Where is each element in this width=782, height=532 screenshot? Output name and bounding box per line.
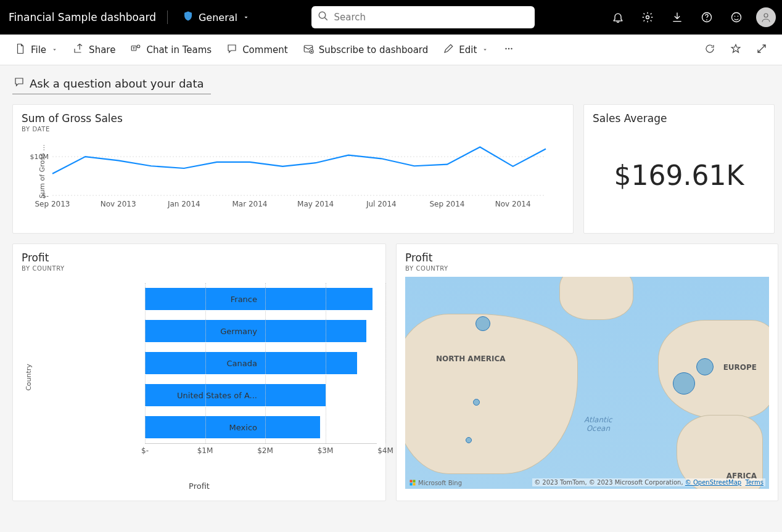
svg-point-5: [731, 13, 741, 22]
tile-title: Profit: [22, 252, 377, 264]
map-provider-label: Microsoft Bing: [418, 480, 462, 486]
refresh-icon: [704, 43, 715, 57]
svg-point-2: [646, 16, 649, 19]
title-area: Financial Sample dashboard General: [6, 8, 253, 27]
svg-text:Nov 2013: Nov 2013: [101, 200, 136, 208]
svg-point-6: [735, 16, 736, 17]
terms-link[interactable]: Terms: [746, 479, 763, 486]
map-bubble-france[interactable]: [673, 372, 695, 395]
chat-label: Chat in Teams: [146, 44, 212, 55]
tile-title: Sum of Gross Sales: [22, 112, 564, 125]
global-header: Financial Sample dashboard General: [0, 0, 782, 35]
map-bubble-canada[interactable]: [475, 316, 490, 331]
svg-text:Jan 2014: Jan 2014: [167, 200, 200, 208]
chat-teams-button[interactable]: Chat in Teams: [124, 39, 218, 60]
svg-text:Sep 2014: Sep 2014: [430, 200, 465, 208]
svg-point-14: [508, 47, 509, 49]
edit-menu[interactable]: Edit: [437, 39, 495, 60]
svg-point-0: [319, 12, 326, 18]
bar-row: France: [145, 283, 377, 315]
subscribe-label: Subscribe to dashboard: [319, 44, 429, 55]
svg-point-10: [138, 45, 141, 48]
share-icon: [73, 43, 84, 57]
comment-button[interactable]: Comment: [220, 39, 294, 60]
comment-label: Comment: [242, 44, 288, 55]
svg-point-8: [764, 14, 768, 17]
tile-sales-average[interactable]: Sales Average $169.61K: [583, 104, 775, 234]
settings-button[interactable]: [634, 4, 661, 31]
bar-row: Mexico: [145, 411, 377, 443]
account-button[interactable]: [756, 7, 776, 27]
landmass: [405, 314, 578, 474]
header-actions: [593, 4, 776, 31]
svg-text:$10M: $10M: [30, 153, 49, 161]
svg-point-15: [511, 47, 512, 49]
more-options-button[interactable]: [497, 39, 521, 60]
tile-title: Profit: [405, 252, 769, 264]
svg-rect-31: [413, 483, 416, 486]
map-label: NORTH AMERICA: [436, 354, 506, 363]
teams-icon: [130, 43, 141, 57]
file-menu[interactable]: File: [9, 39, 64, 60]
sensitivity-chip[interactable]: General: [179, 8, 253, 27]
edit-label: Edit: [459, 44, 477, 55]
search-input[interactable]: [334, 12, 529, 23]
search-box[interactable]: [311, 6, 535, 28]
search-wrap: [311, 6, 535, 28]
svg-text:Jul 2014: Jul 2014: [366, 200, 397, 208]
share-button[interactable]: Share: [67, 39, 121, 60]
map-bubble-germany[interactable]: [696, 358, 714, 375]
tile-profit-bar[interactable]: Profit BY COUNTRY Country FranceGermanyC…: [12, 243, 386, 501]
share-label: Share: [89, 44, 115, 55]
download-button[interactable]: [664, 4, 691, 31]
tile-subtitle: BY COUNTRY: [405, 265, 769, 272]
help-button[interactable]: [693, 4, 720, 31]
chevron-down-icon: [482, 44, 488, 55]
ellipsis-icon: [503, 43, 514, 57]
dashboard-content: Ask a question about your data Sum of Gr…: [0, 65, 782, 511]
svg-text:Mar 2014: Mar 2014: [233, 200, 268, 208]
tile-subtitle: BY COUNTRY: [22, 265, 377, 272]
svg-point-4: [706, 19, 707, 20]
comment-icon: [14, 76, 25, 90]
svg-point-13: [506, 47, 507, 49]
favorite-button[interactable]: [724, 39, 747, 60]
svg-text:$-: $-: [42, 192, 49, 200]
file-label: File: [31, 44, 46, 55]
qna-prompt: Ask a question about your data: [30, 77, 204, 90]
sales-average-value: $169.61K: [593, 125, 765, 226]
map-visual[interactable]: NORTH AMERICA EUROPE AFRICA Atlantic Oce…: [405, 277, 769, 489]
feedback-button[interactable]: [723, 4, 750, 31]
dashboard-name: Financial Sample dashboard: [6, 11, 156, 23]
tile-gross-sales-line[interactable]: Sum of Gross Sales BY DATE Sum of Gross …: [12, 104, 574, 234]
map-attribution: © 2023 TomTom, © 2023 Microsoft Corporat…: [532, 478, 765, 486]
svg-line-1: [325, 17, 328, 20]
file-icon: [15, 43, 26, 57]
svg-point-7: [738, 16, 739, 17]
shield-icon: [183, 10, 194, 24]
search-icon: [318, 10, 329, 24]
bar-row: United States of A...: [145, 379, 377, 411]
chevron-down-icon: [51, 44, 58, 55]
bar-chart: FranceGermanyCanadaUnited States of A...…: [22, 283, 377, 480]
tile-title: Sales Average: [593, 112, 765, 125]
edit-icon: [443, 43, 454, 57]
osm-link[interactable]: © OpenStreetMap: [685, 479, 741, 486]
tile-profit-map[interactable]: Profit BY COUNTRY NORTH AMERICA EUROPE A…: [396, 243, 778, 501]
star-icon: [730, 43, 741, 57]
ocean-label: Atlantic Ocean: [584, 415, 612, 433]
landmass: [559, 277, 633, 320]
fullscreen-icon: [756, 43, 767, 57]
svg-text:Nov 2014: Nov 2014: [495, 200, 531, 208]
svg-text:May 2014: May 2014: [297, 200, 334, 208]
refresh-button[interactable]: [698, 39, 722, 60]
svg-text:Sep 2013: Sep 2013: [35, 200, 70, 208]
notifications-button[interactable]: [604, 4, 632, 31]
map-bubble-usa[interactable]: [473, 399, 480, 406]
map-bubble-mexico[interactable]: [466, 437, 472, 443]
qna-box[interactable]: Ask a question about your data: [12, 75, 211, 94]
subscribe-icon: [303, 43, 314, 57]
line-chart: $10M$-Sep 2013Nov 2013Jan 2014Mar 2014Ma…: [22, 136, 564, 210]
subscribe-button[interactable]: Subscribe to dashboard: [297, 39, 435, 60]
fullscreen-button[interactable]: [750, 39, 773, 60]
